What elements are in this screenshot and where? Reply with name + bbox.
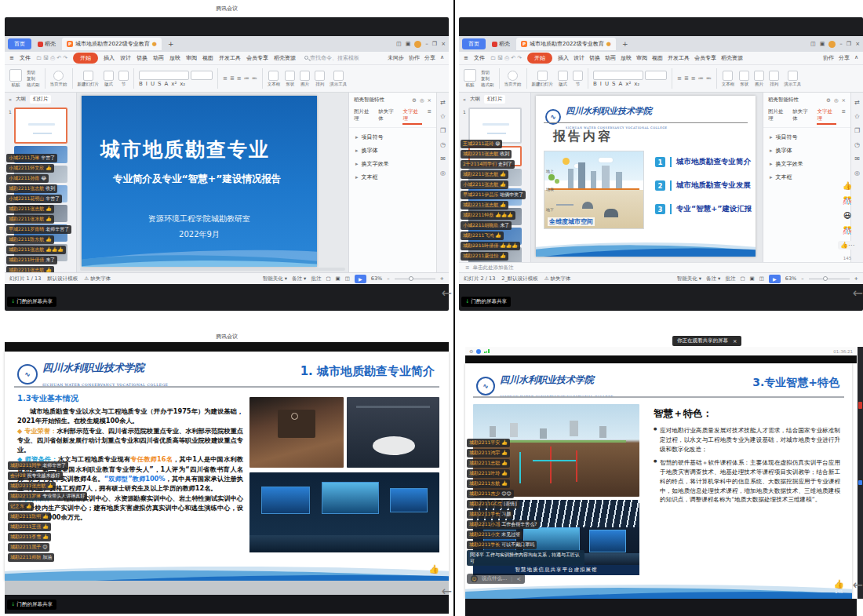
paragraph-align-button[interactable]: ≣ bbox=[684, 75, 689, 82]
collapse-panel-icon[interactable]: « bbox=[463, 97, 466, 103]
clock-icon[interactable]: ◷ bbox=[440, 141, 446, 148]
menu-item[interactable]: 稻壳资源 bbox=[721, 54, 743, 62]
file-action-icons[interactable]: 🗀 🖫 ⎙ ↶ ↷ bbox=[36, 55, 67, 61]
paragraph-align-button[interactable]: ≕ bbox=[252, 75, 257, 82]
font-size-select[interactable] bbox=[645, 71, 667, 80]
bell-icon[interactable]: ◎ bbox=[420, 97, 424, 104]
back-arrow-icon[interactable]: ← bbox=[853, 287, 863, 300]
avatar[interactable] bbox=[414, 41, 421, 48]
collapse-panel-icon[interactable]: « bbox=[9, 97, 12, 103]
sync-icon[interactable]: ⇄ bbox=[440, 99, 446, 106]
paste-button[interactable]: 粘贴 bbox=[464, 69, 476, 88]
menu-item[interactable]: 设计 bbox=[574, 54, 584, 62]
menu-item[interactable]: 审阅 bbox=[636, 54, 647, 62]
horizontal-scrollbar[interactable] bbox=[80, 268, 345, 271]
menu-item[interactable]: 切换 bbox=[137, 54, 147, 62]
copy-icon[interactable]: ❐ bbox=[854, 127, 860, 134]
emoji-icon[interactable]: ☺ bbox=[471, 575, 478, 582]
slide-tool-button[interactable]: 新建幻灯片 bbox=[78, 71, 100, 87]
panel-more-icon[interactable]: ≡ bbox=[842, 108, 846, 125]
panel-tab-image[interactable]: 图片处理 bbox=[768, 108, 787, 125]
clipboard-action[interactable]: 剪切 bbox=[481, 70, 494, 75]
view-normal-icon[interactable]: ▢ bbox=[740, 275, 745, 282]
maximize-button[interactable]: ❐ bbox=[847, 41, 851, 47]
mail-icon[interactable]: ✉ bbox=[854, 155, 860, 162]
bell-icon[interactable]: ◎ bbox=[834, 97, 839, 104]
text-format-button[interactable]: S bbox=[158, 81, 161, 87]
slide-thumbnail[interactable]: 1 bbox=[468, 108, 522, 144]
paragraph-align-button[interactable]: ≔ bbox=[244, 75, 249, 82]
notes-bar[interactable]: ≡单击此处添加备注 bbox=[459, 262, 863, 272]
panel-item[interactable]: ▸文本框 bbox=[763, 168, 850, 181]
tab-home[interactable]: 首页 bbox=[462, 38, 486, 49]
menu-item[interactable]: 会员专享 bbox=[246, 54, 268, 62]
menu-file[interactable]: 文件 bbox=[20, 54, 31, 62]
collapse-chat-icon[interactable]: < bbox=[516, 576, 520, 582]
window-grid-icon[interactable]: ▣ bbox=[406, 41, 411, 47]
collapse-ribbon-icon[interactable]: ∧ bbox=[854, 54, 858, 62]
view-sorter-icon[interactable]: ▣ bbox=[336, 275, 340, 282]
insert-tool-button[interactable]: 文本框 bbox=[722, 71, 735, 87]
slide-tool-button[interactable]: 新建幻灯片 bbox=[532, 71, 554, 87]
zoom-slider[interactable] bbox=[809, 279, 850, 279]
menu-item[interactable]: 放映 bbox=[169, 54, 180, 62]
sync-icon[interactable]: ⇄ bbox=[854, 99, 860, 106]
insert-tool-button[interactable]: 排列 bbox=[315, 71, 325, 87]
paragraph-align-button[interactable]: ≡ bbox=[237, 75, 242, 82]
reaction-confetti[interactable]: 🎊 bbox=[843, 196, 852, 205]
minimize-button[interactable]: – bbox=[425, 41, 428, 47]
window-split-icon[interactable]: ◫ bbox=[396, 41, 402, 47]
tab-docer[interactable]: 稻壳 bbox=[35, 38, 59, 49]
outline-tab[interactable]: 大纲 bbox=[16, 96, 26, 103]
zoom-out-button[interactable]: – bbox=[387, 275, 389, 282]
tab-home[interactable]: 首页 bbox=[8, 38, 31, 49]
tab-document[interactable]: P城市地质勘查2022级专业教育● bbox=[62, 38, 162, 50]
new-tab-button[interactable]: + bbox=[165, 40, 177, 48]
gear-icon[interactable]: ⚙ bbox=[469, 348, 473, 354]
slide-thumbnail-selected[interactable]: 1 bbox=[14, 108, 67, 144]
sync-status[interactable]: 未同步 bbox=[388, 54, 404, 62]
share-button[interactable]: 分享 bbox=[839, 54, 850, 62]
zoom-level[interactable]: 63% bbox=[371, 275, 382, 282]
chat-input-placeholder[interactable]: 说点什么... bbox=[482, 575, 507, 582]
menu-start[interactable]: 开始 bbox=[527, 53, 552, 64]
window-grid-icon[interactable]: ▣ bbox=[820, 41, 825, 47]
help-icon[interactable]: ◎ bbox=[440, 169, 446, 177]
mail-icon[interactable]: ✉ bbox=[440, 155, 446, 162]
play-from-page-button[interactable]: 当页开始 bbox=[504, 71, 522, 87]
menu-item[interactable]: 会员专享 bbox=[694, 54, 716, 62]
reaction-smile[interactable]: 😃 bbox=[843, 211, 851, 220]
slide-tool-button[interactable]: 版式 bbox=[104, 71, 114, 87]
reaction-thumb[interactable]: 👍 bbox=[843, 181, 852, 190]
view-sorter-icon[interactable]: ▣ bbox=[750, 275, 755, 282]
search-box[interactable]: 查找命令、搜索模板 bbox=[304, 54, 359, 62]
menu-file[interactable]: 文件 bbox=[474, 54, 485, 62]
notes-button[interactable]: 备注 ▾ bbox=[706, 275, 720, 282]
notes-button[interactable]: 备注 ▾ bbox=[292, 275, 306, 282]
close-button[interactable]: × bbox=[441, 41, 446, 47]
star-icon[interactable]: ✩ bbox=[854, 113, 860, 120]
text-format-button[interactable]: x² bbox=[171, 81, 177, 87]
menu-item[interactable]: 动画 bbox=[153, 54, 164, 62]
slide-tool-button[interactable]: 节 bbox=[118, 71, 129, 87]
clipboard-action[interactable]: 剪切 bbox=[27, 70, 40, 75]
close-panel-icon[interactable]: × bbox=[842, 97, 846, 104]
font-name-select[interactable] bbox=[139, 71, 189, 80]
collaborate-button[interactable]: 协作 bbox=[823, 54, 834, 62]
insert-tool-button[interactable]: 演示工具 bbox=[330, 71, 347, 87]
text-format-button[interactable]: B bbox=[139, 81, 143, 87]
panel-tab-image[interactable]: 图片处理 bbox=[354, 108, 373, 125]
menu-item[interactable]: 插入 bbox=[558, 54, 569, 62]
hamburger-icon[interactable]: ≡ bbox=[9, 55, 14, 61]
hamburger-icon[interactable]: ≡ bbox=[464, 55, 468, 61]
insert-tool-button[interactable]: 图片 bbox=[754, 71, 764, 87]
paragraph-align-button[interactable]: ≣ bbox=[230, 75, 235, 82]
menu-item[interactable]: 插入 bbox=[104, 54, 115, 62]
clock-icon[interactable]: ◷ bbox=[854, 141, 860, 148]
file-action-icons[interactable]: 🗀 🖫 ⎙ ↶ ↷ bbox=[490, 55, 522, 61]
maximize-button[interactable]: ❐ bbox=[432, 41, 437, 47]
zoom-in-button[interactable]: + bbox=[440, 275, 444, 282]
panel-item[interactable]: ▸换字体 bbox=[763, 141, 850, 155]
gear-icon[interactable]: ⚙ bbox=[826, 97, 831, 104]
clipboard-action[interactable]: 格式刷 bbox=[27, 82, 40, 88]
